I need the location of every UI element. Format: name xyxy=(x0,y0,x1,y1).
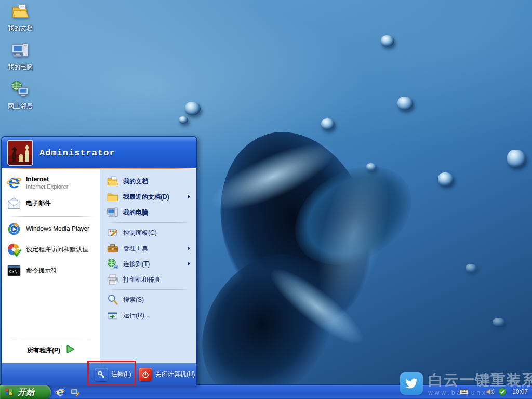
submenu-arrow-icon xyxy=(188,246,190,250)
desktop-icon-label: 网上邻居 xyxy=(8,102,33,111)
keyboard-input-icon[interactable] xyxy=(459,387,469,396)
media-player-icon xyxy=(6,221,22,237)
all-programs-label: 所有程序(P) xyxy=(27,346,60,355)
start-menu-header: Administrator xyxy=(2,137,196,168)
log-off-button[interactable]: 注销(L) xyxy=(95,368,131,381)
quick-launch-bar xyxy=(55,385,80,399)
my-documents-icon xyxy=(107,175,119,188)
control-panel-icon xyxy=(107,227,119,239)
start-menu: Administrator InternetInternet Explorer … xyxy=(1,136,197,385)
start-menu-right-column: 我的文档 我最近的文档(D) 我的电脑 xyxy=(100,169,196,363)
start-button[interactable]: 开始 xyxy=(0,385,51,399)
start-item-windows-media-player[interactable]: Windows Media Player xyxy=(4,219,99,240)
desktop-icon-list: 我的文档 我的电脑 网上邻居 xyxy=(1,2,39,119)
recent-documents-icon xyxy=(107,191,119,203)
internet-explorer-icon xyxy=(6,175,22,191)
watermark-bird-icon xyxy=(400,372,423,395)
taskbar-clock[interactable]: 10:07 xyxy=(512,388,528,395)
xp-desktop: 我的文档 我的电脑 网上邻居 白云一键重装系统 www.baiyunx xyxy=(0,0,532,399)
log-off-label: 注销(L) xyxy=(111,370,131,379)
desktop-icon-network-places[interactable]: 网上邻居 xyxy=(1,80,39,111)
user-avatar xyxy=(7,140,33,166)
desktop-icon-my-computer[interactable]: 我的电脑 xyxy=(1,41,39,72)
divider xyxy=(108,222,190,223)
all-programs-arrow-icon xyxy=(64,343,76,357)
search-icon xyxy=(107,294,119,306)
start-item-internet[interactable]: InternetInternet Explorer xyxy=(4,172,99,193)
start-item-my-computer[interactable]: 我的电脑 xyxy=(102,205,195,220)
printer-icon xyxy=(107,273,119,286)
system-tray: 10:07 xyxy=(456,384,532,399)
logged-in-user-name: Administrator xyxy=(39,148,115,158)
start-item-my-documents[interactable]: 我的文档 xyxy=(102,174,195,189)
start-item-connect-to[interactable]: 连接到(T) xyxy=(102,256,195,272)
start-item-recent-documents[interactable]: 我最近的文档(D) xyxy=(102,189,195,205)
start-menu-left-column: InternetInternet Explorer 电子邮件 Windows M… xyxy=(2,169,100,363)
command-prompt-icon: C:\_ xyxy=(6,263,22,278)
shut-down-button[interactable]: 关闭计算机(U) xyxy=(139,368,195,381)
submenu-arrow-icon xyxy=(188,195,190,199)
desktop-icon-label: 我的文档 xyxy=(8,24,33,33)
security-status-icon[interactable] xyxy=(498,387,507,396)
windows-flag-icon xyxy=(4,386,15,398)
log-off-key-icon xyxy=(95,368,108,381)
my-documents-icon xyxy=(11,2,30,23)
all-programs-button[interactable]: 所有程序(P) xyxy=(4,340,99,361)
divider xyxy=(108,289,190,290)
start-item-run[interactable]: 运行(R)... xyxy=(102,308,195,323)
start-item-printers-faxes[interactable]: 打印机和传真 xyxy=(102,272,195,287)
start-menu-footer: 注销(L) 关闭计算机(U) xyxy=(2,363,196,385)
start-button-label: 开始 xyxy=(18,387,39,398)
connect-to-icon xyxy=(107,258,119,270)
submenu-arrow-icon xyxy=(188,262,190,266)
start-item-control-panel[interactable]: 控制面板(C) xyxy=(102,225,195,241)
volume-icon[interactable] xyxy=(485,387,495,396)
svg-text:C:\_: C:\_ xyxy=(9,269,20,274)
run-icon xyxy=(107,309,119,322)
start-item-admin-tools[interactable]: 管理工具 xyxy=(102,241,195,256)
divider xyxy=(8,216,95,217)
email-icon xyxy=(6,196,22,211)
program-defaults-icon xyxy=(6,242,22,258)
my-computer-icon xyxy=(107,206,119,219)
ie-quicklaunch-icon[interactable] xyxy=(55,388,65,397)
network-places-icon xyxy=(11,80,30,101)
start-item-email[interactable]: 电子邮件 xyxy=(4,193,99,214)
start-item-search[interactable]: 搜索(S) xyxy=(102,292,195,308)
divider xyxy=(8,338,95,338)
shut-down-label: 关闭计算机(U) xyxy=(155,370,195,379)
show-desktop-icon[interactable] xyxy=(70,388,80,397)
start-item-program-defaults[interactable]: 设定程序访问和默认值 xyxy=(4,240,99,260)
desktop-icon-my-documents[interactable]: 我的文档 xyxy=(1,2,39,33)
power-icon xyxy=(139,368,152,381)
desktop-icon-label: 我的电脑 xyxy=(8,63,33,72)
admin-tools-icon xyxy=(107,242,119,255)
start-item-command-prompt[interactable]: C:\_ 命令提示符 xyxy=(4,260,99,281)
water-drop xyxy=(381,35,394,47)
my-computer-icon xyxy=(11,41,30,62)
